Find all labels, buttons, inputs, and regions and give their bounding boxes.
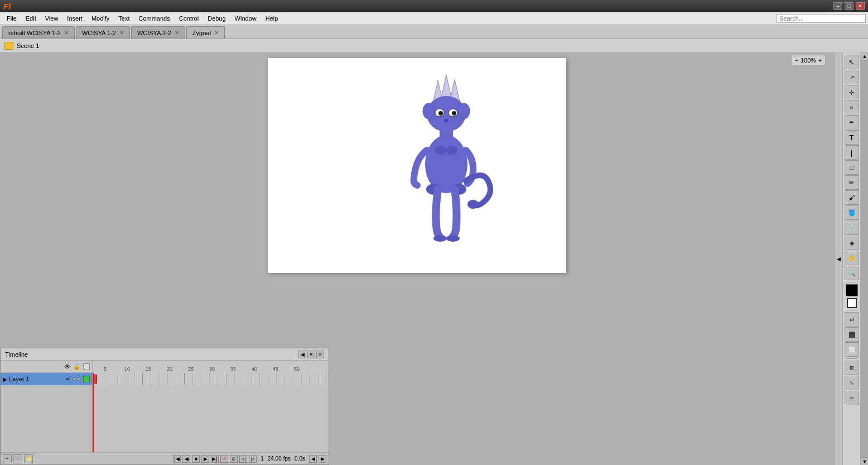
tab-close-icon[interactable]: ✕	[175, 30, 179, 36]
title-bar-controls[interactable]: ─ □ ✕	[833, 2, 865, 10]
frame-cell[interactable]	[134, 373, 143, 385]
play-button[interactable]: ▶	[201, 455, 209, 463]
frame-cell[interactable]	[319, 373, 327, 385]
frame-cell[interactable]	[210, 373, 218, 385]
delete-layer-button[interactable]: −	[13, 454, 22, 463]
tab-close-icon[interactable]: ✕	[64, 30, 69, 36]
frame-cell[interactable]	[118, 373, 126, 385]
frame-cell[interactable]	[277, 373, 285, 385]
lock-icon[interactable]: 🔒	[73, 363, 81, 370]
right-scrollbar[interactable]: ▲ ▼	[860, 52, 868, 465]
frame-cell[interactable]	[243, 373, 252, 385]
frame-cell[interactable]	[176, 373, 185, 385]
layer-dot2-icon[interactable]	[77, 377, 80, 381]
tool-lasso[interactable]: ○	[845, 100, 859, 114]
timeline-collapse-left[interactable]: ◀	[298, 351, 306, 358]
menu-view[interactable]: View	[41, 12, 63, 25]
tab-rebuilt-wcisya-1-2[interactable]: rebuilt.WCISYA 1-2 ✕	[2, 26, 75, 39]
timeline-scroll-right[interactable]: ▶	[319, 455, 326, 463]
onion-skin-button[interactable]: ⊙	[230, 455, 238, 463]
frame-cell[interactable]	[293, 373, 302, 385]
scroll-down-arrow[interactable]: ▼	[861, 457, 868, 465]
frame-cell[interactable]	[310, 373, 319, 385]
frame-cell[interactable]	[143, 373, 151, 385]
right-collapse-panel[interactable]: ◀	[835, 52, 842, 465]
tool-swap-colors[interactable]: ⇄	[845, 312, 859, 327]
collapse-toggle-icon[interactable]: ◀	[837, 256, 841, 262]
menu-insert[interactable]: Insert	[62, 12, 87, 25]
tab-zygoat[interactable]: Zygoat ✕	[186, 26, 225, 39]
menu-edit[interactable]: Edit	[21, 12, 41, 25]
frame-cell[interactable]	[193, 373, 201, 385]
frame-cell[interactable]	[126, 373, 134, 385]
minimize-button[interactable]: ─	[833, 2, 842, 10]
play-back-button[interactable]: ◀	[182, 455, 190, 463]
frame-cell[interactable]	[285, 373, 293, 385]
menu-debug[interactable]: Debug	[203, 12, 230, 25]
tool-default-colors[interactable]: ⬛	[845, 327, 859, 342]
tool-pencil[interactable]: ✏	[845, 175, 859, 190]
stroke-color-swatch[interactable]	[847, 298, 857, 308]
frame-cell[interactable]	[168, 373, 176, 385]
menu-control[interactable]: Control	[175, 12, 203, 25]
frame-cell[interactable]	[260, 373, 268, 385]
tool-brush[interactable]: 🖌	[845, 190, 859, 205]
tool-line[interactable]: |	[845, 145, 859, 160]
search-input[interactable]	[777, 14, 866, 23]
canvas-area[interactable]: Timeline ◀ ✕ ≡ 👁 🔒 5	[0, 52, 842, 465]
layer-1-row[interactable]: ▶ Layer 1 ✏	[1, 373, 92, 385]
tool-rect[interactable]: □	[845, 160, 859, 175]
frame-cell[interactable]	[185, 373, 193, 385]
frame-cell[interactable]	[226, 373, 235, 385]
menu-commands[interactable]: Commands	[134, 12, 174, 25]
tab-close-icon[interactable]: ✕	[214, 30, 219, 36]
scroll-up-arrow[interactable]: ▲	[861, 52, 868, 60]
menu-modify[interactable]: Modify	[87, 12, 114, 25]
maximize-button[interactable]: □	[845, 2, 853, 10]
menu-text[interactable]: Text	[114, 12, 134, 25]
zoom-out-button[interactable]: −	[795, 57, 798, 64]
tool-transform-2[interactable]: ⤡	[845, 376, 859, 390]
tool-hand[interactable]: ✋	[845, 251, 859, 265]
add-layer-button[interactable]: +	[3, 454, 12, 463]
tool-snap[interactable]: ⊞	[845, 361, 859, 375]
visibility-icon[interactable]: 👁	[64, 363, 71, 371]
frame-cell[interactable]	[201, 373, 210, 385]
menu-window[interactable]: Window	[230, 12, 261, 25]
tool-select[interactable]: ↖	[845, 55, 859, 69]
folder-button[interactable]: 📁	[24, 454, 33, 463]
layer-dot-icon[interactable]	[72, 377, 75, 381]
zoom-in-button[interactable]: +	[818, 57, 822, 64]
frame-cell[interactable]	[109, 373, 118, 385]
tab-close-icon[interactable]: ✕	[119, 30, 124, 36]
stop-button[interactable]: ■	[192, 455, 200, 463]
timeline-close[interactable]: ✕	[307, 351, 315, 358]
tool-transform[interactable]: ⊹	[845, 85, 859, 99]
tool-zoom[interactable]: 🔍	[845, 266, 859, 280]
frames-panel[interactable]: // Will generate via JS below	[93, 373, 329, 452]
frame-cell[interactable]	[252, 373, 260, 385]
tool-eraser[interactable]: ◈	[845, 236, 859, 250]
scroll-thumb[interactable]	[861, 60, 868, 457]
frame-cell[interactable]	[235, 373, 243, 385]
tool-distribute[interactable]: ⇦	[845, 391, 859, 405]
layer-pencil-icon[interactable]: ✏	[66, 376, 70, 382]
menu-file[interactable]: File	[2, 12, 21, 25]
frame-cell[interactable]	[151, 373, 160, 385]
frame-cell[interactable]	[327, 373, 329, 385]
frame-cell[interactable]	[218, 373, 226, 385]
frame-cell[interactable]	[101, 373, 109, 385]
tab-wcisya-1-2[interactable]: WCISYA 1-2 ✕	[76, 26, 130, 39]
menu-help[interactable]: Help	[261, 12, 283, 25]
frame-cell[interactable]	[268, 373, 277, 385]
timeline-menu[interactable]: ≡	[316, 351, 324, 358]
onion-skin-next[interactable]: ▷	[249, 455, 257, 463]
frame-cell[interactable]	[302, 373, 310, 385]
tool-pen[interactable]: ✒	[845, 115, 859, 130]
frame-cell[interactable]	[160, 373, 168, 385]
frame-type-icon[interactable]	[83, 363, 90, 370]
tool-eyedropper[interactable]: 💉	[845, 220, 859, 235]
tool-paint-bucket[interactable]: 🪣	[845, 205, 859, 220]
close-button[interactable]: ✕	[856, 2, 865, 10]
timeline-scroll-left[interactable]: |◀	[173, 455, 181, 463]
